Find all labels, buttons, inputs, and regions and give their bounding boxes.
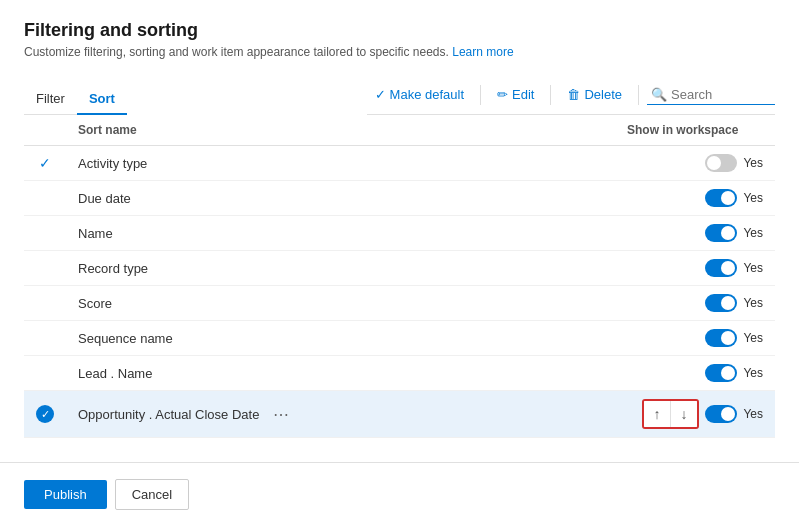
row-selected-icon: ✓ bbox=[36, 405, 54, 423]
sort-item-name: Activity type bbox=[78, 156, 147, 171]
edit-button[interactable]: ✏ Edit bbox=[489, 83, 542, 106]
workspace-toggle[interactable] bbox=[705, 154, 737, 172]
move-down-button[interactable]: ↓ bbox=[671, 401, 697, 427]
tab-bar: Filter Sort bbox=[24, 83, 127, 115]
learn-more-link[interactable]: Learn more bbox=[452, 45, 513, 59]
table-row[interactable]: Record type Yes bbox=[24, 251, 775, 286]
col-check bbox=[24, 115, 66, 146]
workspace-toggle-label: Yes bbox=[743, 191, 763, 205]
publish-button[interactable]: Publish bbox=[24, 480, 107, 509]
col-sort-name: Sort name bbox=[66, 115, 615, 146]
workspace-toggle[interactable] bbox=[705, 294, 737, 312]
workspace-toggle[interactable] bbox=[705, 329, 737, 347]
workspace-toggle-label: Yes bbox=[743, 366, 763, 380]
workspace-toggle-label: Yes bbox=[743, 261, 763, 275]
cancel-button[interactable]: Cancel bbox=[115, 479, 189, 510]
workspace-toggle-label: Yes bbox=[743, 156, 763, 170]
sort-item-name: Record type bbox=[78, 261, 148, 276]
table-row[interactable]: ✓Opportunity . Actual Close Date⋯ ↑ ↓ Ye… bbox=[24, 391, 775, 438]
toolbar-separator-2 bbox=[550, 85, 551, 105]
delete-button[interactable]: 🗑 Delete bbox=[559, 83, 630, 106]
sort-item-name: Lead . Name bbox=[78, 366, 152, 381]
sort-item-name: Name bbox=[78, 226, 113, 241]
footer: Publish Cancel bbox=[0, 462, 799, 511]
workspace-toggle-label: Yes bbox=[743, 407, 763, 421]
sort-item-name: Due date bbox=[78, 191, 131, 206]
table-row[interactable]: Score Yes bbox=[24, 286, 775, 321]
toolbar-separator bbox=[480, 85, 481, 105]
workspace-toggle[interactable] bbox=[705, 189, 737, 207]
sort-item-name: Opportunity . Actual Close Date bbox=[78, 407, 259, 422]
table-row[interactable]: Lead . Name Yes bbox=[24, 356, 775, 391]
search-container: 🔍 bbox=[647, 85, 775, 105]
table-row[interactable]: ✓Activity type Yes bbox=[24, 146, 775, 181]
make-default-icon: ✓ bbox=[375, 87, 386, 102]
workspace-toggle-label: Yes bbox=[743, 296, 763, 310]
search-icon: 🔍 bbox=[651, 87, 667, 102]
sort-table: Sort name Show in workspace ✓Activity ty… bbox=[24, 115, 775, 438]
edit-icon: ✏ bbox=[497, 87, 508, 102]
table-row[interactable]: Name Yes bbox=[24, 216, 775, 251]
search-input[interactable] bbox=[671, 87, 771, 102]
table-row[interactable]: Sequence name Yes bbox=[24, 321, 775, 356]
sort-item-name: Score bbox=[78, 296, 112, 311]
toolbar-separator-3 bbox=[638, 85, 639, 105]
workspace-toggle-label: Yes bbox=[743, 331, 763, 345]
row-check-icon: ✓ bbox=[39, 155, 51, 171]
toolbar: ✓ Make default ✏ Edit 🗑 Delete 🔍 bbox=[367, 75, 775, 115]
make-default-button[interactable]: ✓ Make default bbox=[367, 83, 472, 106]
more-options-icon[interactable]: ⋯ bbox=[267, 405, 295, 424]
move-up-button[interactable]: ↑ bbox=[644, 401, 670, 427]
tab-filter[interactable]: Filter bbox=[24, 83, 77, 114]
page-subtitle-text: Customize filtering, sorting and work it… bbox=[24, 45, 452, 59]
table-row[interactable]: Due date Yes bbox=[24, 181, 775, 216]
tab-sort[interactable]: Sort bbox=[77, 83, 127, 114]
workspace-toggle[interactable] bbox=[705, 405, 737, 423]
workspace-toggle-label: Yes bbox=[743, 226, 763, 240]
page-title: Filtering and sorting bbox=[24, 20, 775, 41]
sort-item-name: Sequence name bbox=[78, 331, 173, 346]
workspace-toggle[interactable] bbox=[705, 259, 737, 277]
workspace-toggle[interactable] bbox=[705, 364, 737, 382]
col-workspace: Show in workspace bbox=[615, 115, 775, 146]
delete-icon: 🗑 bbox=[567, 87, 580, 102]
workspace-toggle[interactable] bbox=[705, 224, 737, 242]
row-arrow-buttons: ↑ ↓ bbox=[642, 399, 699, 429]
